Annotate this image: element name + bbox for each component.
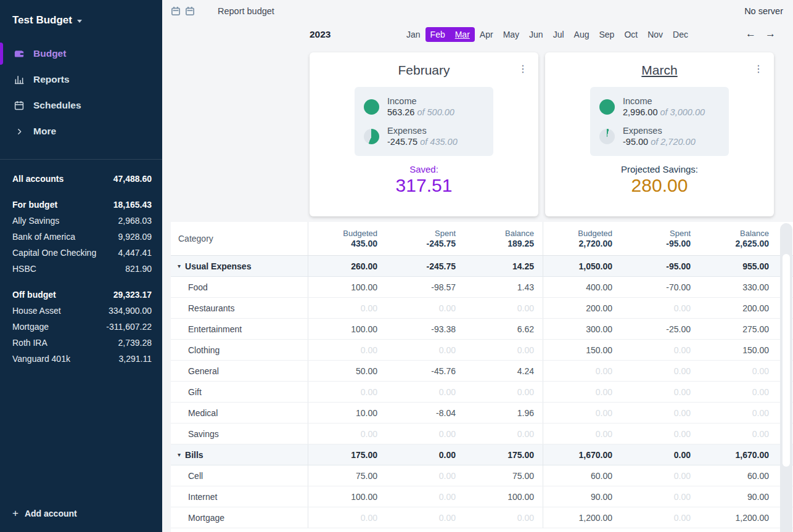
card-menu-kebab-icon[interactable]: ⋮ (518, 63, 528, 75)
spent-cell[interactable]: -8.04 (386, 403, 464, 423)
spent-cell[interactable]: 0.00 (386, 465, 464, 486)
spent-cell[interactable]: 0.00 (386, 507, 464, 528)
savings-value[interactable]: 280.00 (545, 175, 774, 196)
budget-switcher[interactable]: Test Budget (0, 11, 162, 30)
budgeted-cell[interactable]: 0.00 (308, 382, 386, 402)
budgeted-cell[interactable]: 100.00 (308, 277, 386, 297)
budgeted-cell[interactable]: 60.00 (543, 465, 621, 486)
account-row[interactable]: Vanguard 401k3,291.11 (12, 351, 152, 367)
budgeted-cell[interactable]: 100.00 (308, 319, 386, 339)
balance-cell[interactable]: 1,670.00 (699, 444, 778, 465)
budgeted-cell[interactable]: 50.00 (308, 361, 386, 381)
budgeted-cell[interactable]: 0.00 (308, 507, 386, 528)
account-group-row[interactable]: Off budget29,323.17 (12, 287, 152, 303)
month-mar[interactable]: Mar (450, 27, 475, 42)
spent-cell[interactable]: -70.00 (621, 277, 699, 297)
balance-cell[interactable]: 0.00 (699, 361, 778, 381)
sidebar-item-reports[interactable]: Reports (0, 67, 162, 92)
budgeted-cell[interactable]: 0.00 (308, 424, 386, 444)
balance-cell[interactable]: 0.00 (464, 507, 543, 528)
spent-cell[interactable]: 0.00 (621, 507, 699, 528)
budgeted-cell[interactable]: 10.00 (308, 403, 386, 423)
budget-type-label[interactable]: Report budget (218, 6, 274, 16)
budgeted-cell[interactable]: 1,670.00 (543, 444, 621, 465)
budgeted-cell[interactable]: 175.00 (308, 444, 386, 465)
next-month-button[interactable]: → (765, 28, 776, 40)
month-oct[interactable]: Oct (619, 27, 643, 42)
spent-cell[interactable]: 0.00 (621, 298, 699, 318)
budgeted-cell[interactable]: 0.00 (543, 424, 621, 444)
column-header-budgeted[interactable]: Budgeted435.00 (308, 222, 386, 255)
group-name[interactable]: ▾Bills (171, 444, 308, 465)
month-feb[interactable]: Feb (425, 27, 450, 42)
month-may[interactable]: May (498, 27, 524, 42)
budgeted-cell[interactable]: 150.00 (543, 340, 621, 360)
balance-cell[interactable]: 955.00 (699, 256, 778, 276)
spent-cell[interactable]: 0.00 (621, 465, 699, 486)
category-name[interactable]: Restaurants (171, 298, 308, 318)
category-name[interactable]: Gift (171, 382, 308, 402)
month-jan[interactable]: Jan (401, 27, 425, 42)
budgeted-cell[interactable]: 1,050.00 (543, 256, 621, 276)
budgeted-cell[interactable]: 0.00 (543, 361, 621, 381)
spent-cell[interactable]: 0.00 (386, 486, 464, 507)
spent-cell[interactable]: 0.00 (621, 340, 699, 360)
balance-cell[interactable]: 100.00 (464, 486, 543, 507)
month-aug[interactable]: Aug (569, 27, 594, 42)
spent-cell[interactable]: 0.00 (386, 298, 464, 318)
spent-cell[interactable]: 0.00 (621, 444, 699, 465)
account-row[interactable]: Mortgage-311,607.22 (12, 319, 152, 335)
account-group-row[interactable]: For budget18,165.43 (12, 197, 152, 213)
spent-cell[interactable]: 0.00 (621, 424, 699, 444)
balance-cell[interactable]: 1.43 (464, 277, 543, 297)
balance-cell[interactable]: 275.00 (699, 319, 778, 339)
budgeted-cell[interactable]: 0.00 (543, 403, 621, 423)
balance-cell[interactable]: 90.00 (699, 486, 778, 507)
spent-cell[interactable]: -95.00 (621, 256, 699, 276)
spent-cell[interactable]: 0.00 (621, 382, 699, 402)
spent-cell[interactable]: -93.38 (386, 319, 464, 339)
budgeted-cell[interactable]: 0.00 (308, 298, 386, 318)
month-sep[interactable]: Sep (594, 27, 619, 42)
balance-cell[interactable]: 75.00 (464, 465, 543, 486)
category-name[interactable]: Mortgage (171, 507, 308, 528)
card-month-title[interactable]: February (398, 63, 450, 78)
budgeted-cell[interactable]: 260.00 (308, 256, 386, 276)
budgeted-cell[interactable]: 100.00 (308, 486, 386, 507)
collapse-icon[interactable]: ▾ (178, 451, 181, 458)
balance-cell[interactable]: 0.00 (464, 298, 543, 318)
category-name[interactable]: Food (171, 277, 308, 297)
group-name[interactable]: ▾Usual Expenses (171, 256, 308, 276)
sidebar-item-schedules[interactable]: Schedules (0, 92, 162, 118)
spent-cell[interactable]: 0.00 (386, 424, 464, 444)
month-nov[interactable]: Nov (643, 27, 668, 42)
balance-cell[interactable]: 0.00 (699, 382, 778, 402)
budgeted-cell[interactable]: 0.00 (308, 340, 386, 360)
spent-cell[interactable]: 0.00 (621, 361, 699, 381)
budgeted-cell[interactable]: 300.00 (543, 319, 621, 339)
spent-cell[interactable]: 0.00 (386, 340, 464, 360)
all-accounts-row[interactable]: All accounts47,488.60 (12, 171, 152, 187)
balance-cell[interactable]: 200.00 (699, 298, 778, 318)
month-jun[interactable]: Jun (524, 27, 548, 42)
budgeted-cell[interactable]: 400.00 (543, 277, 621, 297)
budgeted-cell[interactable]: 75.00 (308, 465, 386, 486)
column-header-budgeted[interactable]: Budgeted2,720.00 (543, 222, 621, 255)
column-header-balance[interactable]: Balance189.25 (464, 222, 543, 255)
category-name[interactable]: Internet (171, 486, 308, 507)
collapse-icon[interactable]: ▾ (178, 263, 181, 269)
category-name[interactable]: Entertainment (171, 319, 308, 339)
balance-cell[interactable]: 0.00 (464, 340, 543, 360)
account-row[interactable]: House Asset334,900.00 (12, 303, 152, 319)
spent-cell[interactable]: 0.00 (386, 444, 464, 465)
column-header-spent[interactable]: Spent-95.00 (621, 222, 699, 255)
account-row[interactable]: Roth IRA2,739.28 (12, 335, 152, 351)
server-status-button[interactable]: No server (744, 6, 783, 16)
month-jul[interactable]: Jul (548, 27, 569, 42)
balance-cell[interactable]: 6.62 (464, 319, 543, 339)
card-menu-kebab-icon[interactable]: ⋮ (754, 63, 763, 75)
spent-cell[interactable]: 0.00 (386, 382, 464, 402)
balance-cell[interactable]: 1.96 (464, 403, 543, 423)
balance-cell[interactable]: 0.00 (464, 382, 543, 402)
balance-cell[interactable]: 60.00 (699, 465, 778, 486)
